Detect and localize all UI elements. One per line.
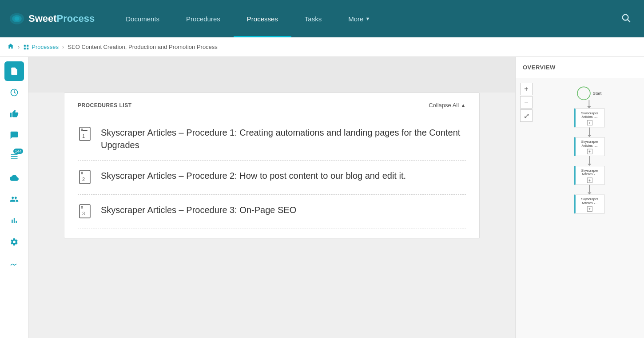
flow-node-2-expand[interactable]: + <box>587 149 592 154</box>
flow-node-1-expand[interactable]: + <box>587 120 592 125</box>
flow-node-4-label: Skyscraper Articles -... <box>577 197 601 205</box>
flow-node-3-group: Skyscraper Articles -... + <box>574 166 604 195</box>
procedure-3-title: Skyscraper Articles – Procedure 3: On-Pa… <box>101 204 296 216</box>
svg-rect-14 <box>82 130 87 131</box>
procedures-container: PROCEDURES LIST Collapse All ▲ 1 Skyscra… <box>64 93 480 238</box>
flow-node-2-group: Skyscraper Articles -... + <box>574 137 604 166</box>
nav-documents[interactable]: Documents <box>112 0 173 37</box>
flow-node-2-label: Skyscraper Articles -... <box>577 140 601 147</box>
zoom-in-button[interactable]: + <box>520 83 533 95</box>
overview-panel: OVERVIEW + − ⤢ Start <box>515 57 644 338</box>
nav-procedures[interactable]: Procedures <box>173 0 234 37</box>
procedure-1-icon: 1 <box>78 126 94 142</box>
content-area: PROCEDURES LIST Collapse All ▲ 1 Skyscra… <box>28 57 515 338</box>
nav-processes[interactable]: Processes <box>234 0 291 37</box>
processes-breadcrumb-link[interactable]: Processes <box>23 44 59 50</box>
svg-text:1: 1 <box>82 133 85 139</box>
flow-start-group: Start <box>577 87 601 109</box>
procedure-3-icon: 3 <box>78 204 94 220</box>
flow-node-4-expand[interactable]: + <box>587 206 592 212</box>
processes-icon <box>23 44 29 50</box>
logo-icon <box>9 11 25 27</box>
procedure-1-title: Skyscraper Articles – Procedure 1: Creat… <box>101 126 466 151</box>
flow-node-1-group: Skyscraper Articles -... + <box>574 109 604 137</box>
top-nav: SweetProcess Documents Procedures Proces… <box>0 0 644 37</box>
zoom-controls: + − ⤢ <box>520 83 533 122</box>
nav-tasks[interactable]: Tasks <box>291 0 335 37</box>
home-link[interactable] <box>7 43 14 52</box>
chevron-up-icon: ▲ <box>461 102 466 109</box>
sidebar-icon-users[interactable] <box>4 189 24 209</box>
sidebar-icon-signature[interactable] <box>4 254 24 273</box>
procedure-item-1[interactable]: 1 Skyscraper Articles – Procedure 1: Cre… <box>78 117 466 161</box>
overview-content: + − ⤢ Start Skyscraper A <box>516 78 644 338</box>
logo-sweet: Sweet <box>28 13 57 24</box>
flowchart: Start Skyscraper Articles -... + <box>529 83 631 217</box>
zoom-fit-button[interactable]: ⤢ <box>520 109 533 122</box>
flow-start-row: Start <box>577 87 601 101</box>
flow-node-2[interactable]: Skyscraper Articles -... + <box>574 137 604 156</box>
sidebar-icon-gear[interactable] <box>4 232 24 252</box>
svg-line-4 <box>628 20 630 22</box>
svg-rect-7 <box>24 48 26 49</box>
nav-more[interactable]: More ▼ <box>335 0 383 37</box>
flow-connector-1 <box>589 127 590 135</box>
svg-point-2 <box>15 17 20 21</box>
flow-start-label: Start <box>593 91 602 96</box>
flow-node-3[interactable]: Skyscraper Articles -... + <box>574 166 604 185</box>
sidebar-icon-document[interactable] <box>4 61 24 81</box>
procedure-item-2[interactable]: 2 Skyscraper Articles – Procedure 2: How… <box>78 161 466 195</box>
svg-rect-16 <box>81 129 83 131</box>
svg-rect-19 <box>81 172 83 174</box>
logo[interactable]: SweetProcess <box>9 11 95 27</box>
zoom-out-button[interactable]: − <box>520 96 533 109</box>
flow-node-1[interactable]: Skyscraper Articles -... + <box>574 109 604 127</box>
flow-node-3-expand[interactable]: + <box>587 177 592 183</box>
collapse-all-button[interactable]: Collapse All ▲ <box>429 102 466 109</box>
svg-rect-6 <box>27 44 29 46</box>
procedure-2-icon: 2 <box>78 169 94 185</box>
logo-process: Process <box>57 13 95 24</box>
svg-text:3: 3 <box>82 211 85 216</box>
sidebar-icon-cloud[interactable] <box>4 168 24 188</box>
nav-items: Documents Procedures Processes Tasks Mor… <box>112 0 599 37</box>
left-sidebar: 144 <box>0 57 28 338</box>
breadcrumb-current: SEO Content Creation, Production and Pro… <box>68 44 217 50</box>
svg-rect-22 <box>81 206 83 208</box>
sidebar-icon-chart[interactable] <box>4 211 24 230</box>
procedures-list-title: PROCEDURES LIST <box>78 102 132 109</box>
sidebar-icon-chat[interactable] <box>4 125 24 145</box>
flow-node-4-group: Skyscraper Articles -... + <box>574 195 604 214</box>
tasks-badge: 144 <box>13 149 23 154</box>
svg-rect-8 <box>27 48 29 49</box>
breadcrumb: › Processes › SEO Content Creation, Prod… <box>0 37 644 57</box>
breadcrumb-sep-2: › <box>62 44 64 50</box>
sidebar-icon-clock[interactable] <box>4 83 24 102</box>
flow-start-circle <box>577 87 591 101</box>
flow-connector-0 <box>589 100 590 106</box>
content-top-space <box>28 57 515 93</box>
flow-node-1-label: Skyscraper Articles -... <box>577 111 601 119</box>
sidebar-icon-tasks-list[interactable]: 144 <box>4 147 24 166</box>
breadcrumb-sep-1: › <box>18 44 20 50</box>
main-layout: 144 PROCEDURES LIST Collapse All ▲ <box>0 57 644 338</box>
procedures-header: PROCEDURES LIST Collapse All ▲ <box>78 102 466 109</box>
flow-node-4[interactable]: Skyscraper Articles -... + <box>574 195 604 214</box>
procedure-2-title: Skyscraper Articles – Procedure 2: How t… <box>101 169 406 182</box>
svg-rect-5 <box>24 44 26 46</box>
overview-title: OVERVIEW <box>516 57 644 78</box>
chevron-down-icon: ▼ <box>365 16 370 21</box>
procedure-item-3[interactable]: 3 Skyscraper Articles – Procedure 3: On-… <box>78 195 466 229</box>
search-icon[interactable] <box>616 8 635 29</box>
svg-text:2: 2 <box>82 177 85 182</box>
flow-connector-3 <box>589 185 590 193</box>
flow-connector-2 <box>589 156 590 164</box>
sidebar-icon-thumbsup[interactable] <box>4 104 24 124</box>
flow-node-3-label: Skyscraper Articles -... <box>577 169 601 176</box>
